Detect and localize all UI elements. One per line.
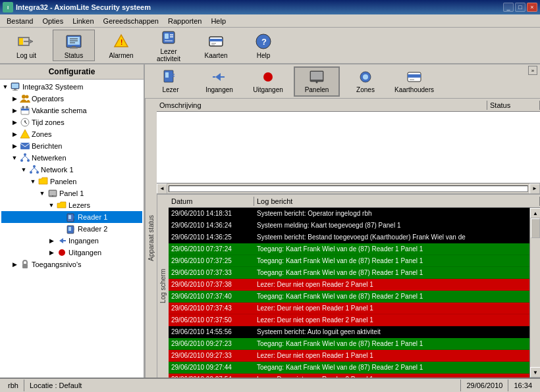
sub-lezer-button[interactable]: Lezer: [148, 66, 194, 97]
toggle-netwerken[interactable]: ▼: [11, 154, 18, 162]
apparatus-table-body: [157, 112, 540, 183]
label-netwerken: Netwerken: [32, 154, 142, 162]
icon-berichten: [20, 141, 30, 151]
tree-operators[interactable]: ▶ Operators: [1, 93, 142, 105]
toggle-ingangen[interactable]: ▶: [47, 237, 55, 245]
toggle-operators[interactable]: ▶: [11, 95, 18, 103]
log-scroll-up-btn[interactable]: ▲: [530, 208, 540, 218]
toggle-zones[interactable]: ▶: [11, 130, 18, 138]
alarms-button[interactable]: ! Alarmen: [100, 30, 142, 61]
scroll-track[interactable]: [169, 185, 528, 192]
tree-reader2[interactable]: Reader 2: [1, 223, 142, 235]
toggle-uitgangen[interactable]: ▶: [47, 249, 55, 257]
scroll-left-btn[interactable]: ◄: [157, 184, 167, 194]
help-label: Help: [257, 52, 271, 59]
log-cell-msg: Systeem melding: Kaart toegevoegd (87) P…: [254, 221, 529, 230]
tree-network1[interactable]: ▼ Network 1: [1, 164, 142, 176]
tree-lezers-folder[interactable]: ▼ Lezers: [1, 199, 142, 211]
sub-uitgangen-label: Uitgangen: [253, 86, 283, 93]
log-scroll-down-btn[interactable]: ▼: [530, 367, 540, 378]
label-zones: Zones: [32, 130, 142, 138]
log-cell-date: 29/06/2010 09:27:44: [169, 363, 254, 372]
close-button[interactable]: ×: [527, 3, 537, 12]
toggle-lezers-folder[interactable]: ▼: [47, 201, 55, 209]
sub-ingangen-label: Ingangen: [205, 86, 233, 93]
sub-uitgangen-icon: [260, 69, 276, 85]
tree-netwerken[interactable]: ▼ Netwerken: [1, 152, 142, 164]
svg-rect-31: [22, 106, 24, 109]
reader-activity-button[interactable]: Lezer activiteit: [148, 30, 190, 61]
status-bar: rbh Locatie : Default 29/06/2010 16:34: [0, 378, 540, 392]
menu-help[interactable]: Help: [207, 16, 230, 26]
svg-text:?: ?: [261, 37, 267, 47]
sub-panelen-button[interactable]: Panelen: [294, 66, 340, 97]
minimize-button[interactable]: _: [503, 3, 514, 12]
label-integra32: Integra32 Systeem: [22, 83, 142, 91]
status-button[interactable]: Status: [53, 30, 95, 61]
label-ingangen: Ingangen: [68, 237, 142, 245]
label-panel1: Panel 1: [59, 189, 142, 197]
tree-berichten[interactable]: ▶ Berichten: [1, 140, 142, 152]
help-icon: ?: [254, 32, 273, 51]
toggle-vakantie[interactable]: ▶: [11, 107, 18, 114]
tree-ingangen[interactable]: ▶ Ingangen: [1, 235, 142, 247]
toggle-panel1[interactable]: ▼: [38, 189, 46, 197]
svg-point-68: [263, 72, 273, 82]
logout-button[interactable]: Log uit: [5, 30, 47, 61]
apparatus-table-header: Omschrijving Status: [157, 99, 540, 112]
svg-text:!: !: [121, 39, 122, 46]
sub-kaarthouders-button[interactable]: Kaarthouders: [391, 66, 437, 97]
log-row: 29/06/2010 09:27:44Toegang: Kaart Frank …: [169, 362, 529, 374]
maximize-button[interactable]: □: [515, 3, 526, 12]
toggle-tijdzones[interactable]: ▶: [11, 118, 18, 126]
log-cell-msg: Lezer: Deur niet open Reader 2 Panel 1: [254, 280, 529, 289]
tree-uitgangen[interactable]: ▶ Uitgangen: [1, 247, 142, 258]
label-network1: Network 1: [41, 166, 142, 174]
tree-panelen-folder[interactable]: ▼ Panelen: [1, 176, 142, 187]
alarms-icon: !: [112, 32, 130, 51]
log-scroll-thumb[interactable]: [531, 218, 540, 238]
toggle-network1[interactable]: ▼: [20, 166, 28, 174]
svg-line-41: [22, 156, 25, 159]
sub-ingangen-button[interactable]: Ingangen: [196, 66, 242, 97]
menu-linken[interactable]: Linken: [68, 16, 97, 26]
tree-tijdzones[interactable]: ▶ Tijd zones: [1, 116, 142, 128]
log-scrollbar[interactable]: ▲ ▼: [529, 208, 540, 378]
svg-line-42: [25, 156, 28, 159]
log-scroll-track[interactable]: [530, 218, 540, 367]
label-vakantie: Vakantie schema: [32, 107, 142, 114]
log-row: 29/06/2010 14:36:25Systeem bericht: Best…: [169, 232, 529, 243]
tree-reader1[interactable]: Reader 1: [1, 211, 142, 223]
log-cell-date: 29/06/2010 09:27:33: [169, 351, 254, 360]
tree-panel1[interactable]: ▼ Panel 1: [1, 187, 142, 199]
menu-bestand[interactable]: Bestand: [3, 16, 37, 26]
scroll-right-btn[interactable]: ►: [529, 184, 540, 194]
sub-panelen-icon: [309, 69, 325, 85]
log-row: 29/06/2010 09:27:54Lezer: Deur niet open…: [169, 374, 529, 378]
menu-opties[interactable]: Opties: [38, 16, 67, 26]
toggle-berichten[interactable]: ▶: [11, 142, 18, 150]
sub-zones-button[interactable]: Zones: [342, 66, 389, 97]
right-panel: Lezer Ingangen Uitgangen Panelen: [145, 64, 540, 378]
horizontal-scrollbar[interactable]: ◄ ►: [157, 183, 540, 193]
sub-uitgangen-button[interactable]: Uitgangen: [245, 66, 291, 97]
tree-vakantie[interactable]: ▶ Vakantie schema: [1, 105, 142, 116]
expand-button[interactable]: »: [528, 66, 537, 75]
toggle-integra32[interactable]: ▼: [1, 83, 9, 91]
toggle-toegangsnivos[interactable]: ▶: [11, 260, 18, 268]
log-cell-msg: Toegang: Kaart Frank Wiel van de (87) Re…: [254, 363, 529, 372]
tree-zones[interactable]: ▶ Zones: [1, 128, 142, 140]
status-time: 16:34: [508, 380, 537, 391]
tree-toegangsnivos[interactable]: ▶ Toegangsnivo's: [1, 258, 142, 270]
toggle-panelen-folder[interactable]: ▼: [29, 178, 37, 185]
log-cell-msg: Lezer: Deur niet open Reader 2 Panel 1: [254, 375, 529, 378]
menu-gereedschappen[interactable]: Gereedschappen: [99, 16, 163, 26]
help-button[interactable]: ? Help: [242, 30, 284, 61]
log-row: 29/06/2010 14:36:24Systeem melding: Kaar…: [169, 220, 529, 232]
menu-rapporten[interactable]: Rapporten: [164, 16, 205, 26]
tree-integra32[interactable]: ▼ Integra32 Systeem: [1, 81, 142, 93]
cards-button[interactable]: Kaarten: [195, 30, 237, 61]
window-controls[interactable]: _ □ ×: [503, 3, 537, 12]
icon-reader2: [66, 224, 76, 234]
label-berichten: Berichten: [32, 142, 142, 150]
